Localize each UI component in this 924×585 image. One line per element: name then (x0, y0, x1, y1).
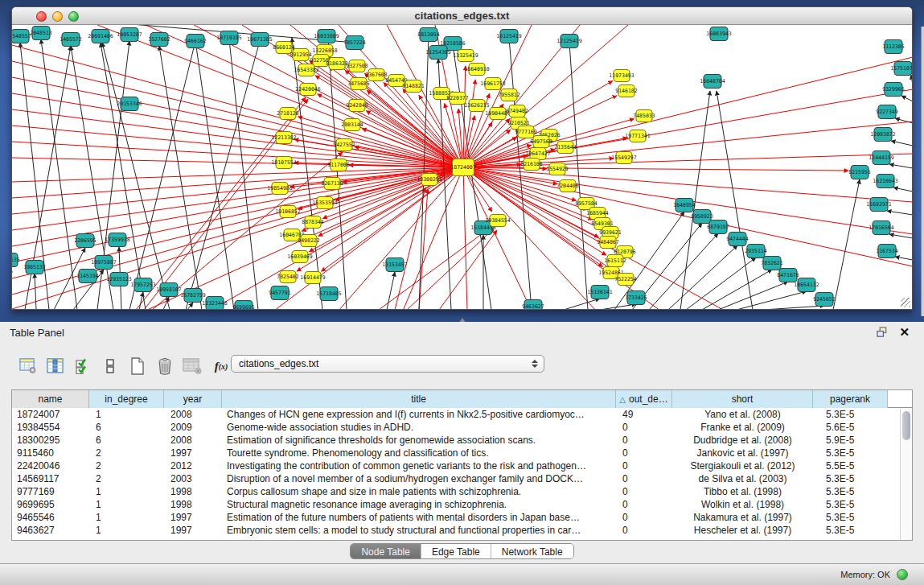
graph-node-9148821[interactable]: 9148821 (402, 80, 424, 93)
graph-node-17016504[interactable]: 17016504 (869, 221, 893, 235)
graph-node-9457791[interactable]: 9457791 (269, 286, 290, 300)
table-settings-button[interactable] (16, 355, 40, 377)
tab-node-table[interactable]: Node Table (351, 544, 421, 558)
delete-button[interactable] (153, 355, 177, 377)
column-header-name[interactable]: name (12, 390, 89, 408)
graph-node-11254309[interactable]: 11254309 (425, 46, 450, 60)
graph-node-10654112[interactable]: 10654112 (794, 278, 819, 292)
graph-node-1640954[interactable]: 1640954 (673, 199, 695, 212)
graph-node-1167534[interactable]: 1167534 (876, 245, 897, 258)
table-row[interactable]: 1938455462009Genome-wide association stu… (12, 421, 912, 434)
graph-node-7857224[interactable]: 7857224 (343, 36, 365, 50)
graph-node-16210643[interactable]: 16210643 (873, 175, 897, 188)
graph-node-1405572[interactable]: 1405572 (60, 33, 81, 47)
graph-node-9329966[interactable]: 9329966 (882, 83, 904, 97)
row-height-button[interactable] (98, 355, 122, 377)
column-header-in-degree[interactable]: in_degree (89, 390, 164, 408)
graph-node-7204406[interactable]: 7204406 (556, 180, 578, 192)
graph-node-9484067[interactable]: 9484067 (597, 237, 618, 249)
graph-node-19854988[interactable]: 19854988 (267, 183, 292, 195)
graph-node-10958107[interactable]: 10958107 (156, 283, 181, 297)
graph-node-6749402[interactable]: 6749402 (506, 105, 528, 117)
table-row[interactable]: 1456911722003Disruption of a novel membe… (12, 472, 912, 485)
graph-node-2048513[interactable]: 2048513 (30, 27, 51, 40)
graph-node-18724007[interactable]: 18724007 (450, 159, 475, 176)
graph-node-15718485[interactable]: 15718485 (316, 287, 341, 301)
table-row[interactable]: 1830029562008Estimation of significance … (12, 434, 912, 447)
graph-node-15136141[interactable]: 15136141 (587, 286, 612, 299)
window-resize-grip-icon[interactable] (901, 298, 910, 307)
graph-node-9463627[interactable]: 9463627 (522, 300, 544, 310)
network-canvas[interactable]: 1872400715405572048513140557220691406100… (12, 25, 912, 309)
graph-node-10975887[interactable]: 10975887 (91, 256, 116, 270)
column-header-year[interactable]: year (164, 390, 222, 408)
graph-node-12935123[interactable]: 12935123 (106, 273, 131, 286)
graph-node-1733426[interactable]: 1733426 (625, 291, 647, 305)
new-document-button[interactable] (125, 355, 150, 377)
graph-node-9498222[interactable]: 9498222 (298, 235, 319, 247)
graph-node-9245652[interactable]: 9245652 (813, 293, 835, 307)
graph-node-9146182[interactable]: 9146182 (615, 85, 637, 97)
graph-node-13153457[interactable]: 13153457 (382, 258, 407, 272)
graph-node-7825402[interactable]: 7825402 (277, 271, 298, 283)
graph-node-1505135[interactable]: 1505135 (12, 253, 20, 267)
table-select-dropdown[interactable]: citations_edges.txt (231, 355, 544, 373)
column-header-short[interactable]: short (672, 390, 813, 408)
graph-node-18125419[interactable]: 18125419 (496, 30, 521, 43)
table-row[interactable]: 911546021997Tourette syndrome. Phenomeno… (12, 447, 912, 459)
table-row[interactable]: 2242004622012Investigating the contribut… (12, 459, 912, 472)
graph-node-6497568[interactable]: 6497568 (530, 136, 552, 148)
float-window-icon[interactable] (877, 327, 889, 338)
graph-node-16961758[interactable]: 16961758 (480, 78, 505, 90)
table-row[interactable]: 946362711997Embryonic stem cells: a mode… (12, 524, 912, 537)
graph-node-8215955[interactable]: 8215955 (848, 166, 870, 179)
graph-node-8267130[interactable]: 8267130 (321, 178, 343, 190)
graph-node-16648784[interactable]: 16648784 (700, 75, 725, 89)
graph-node-8471676[interactable]: 8471676 (777, 269, 799, 282)
graph-node-7522254[interactable]: 7522254 (614, 274, 636, 286)
close-panel-icon[interactable]: ✕ (899, 325, 910, 340)
graph-node-2206595[interactable]: 2206595 (74, 234, 96, 248)
graph-node-9466162[interactable]: 9466162 (184, 35, 206, 48)
graph-node-19771341[interactable]: 19771341 (625, 130, 650, 142)
graph-node-9227349[interactable]: 9227349 (876, 105, 897, 119)
graph-node-9327508[interactable]: 9327508 (346, 60, 368, 72)
column-header-out-de-[interactable]: △out_de… (616, 390, 672, 408)
graph-node-20153346[interactable]: 20153346 (117, 97, 142, 111)
graph-node-16640910[interactable]: 16640910 (464, 64, 489, 76)
graph-node-16039469[interactable]: 16039469 (287, 251, 312, 263)
graph-node-9117006[interactable]: 9117006 (327, 159, 349, 171)
graph-node-10719195[interactable]: 10719195 (216, 31, 241, 45)
graph-node-15751074[interactable]: 15751074 (890, 62, 912, 76)
graph-node-9474444[interactable]: 9474444 (726, 233, 748, 246)
graph-node-8813054[interactable]: 8813054 (417, 28, 439, 42)
graph-node-17359938[interactable]: 17359938 (105, 233, 129, 247)
table-row[interactable]: 1872400712008Changes of HCN gene express… (12, 408, 912, 421)
column-header-pagerank[interactable]: pagerank (813, 390, 888, 408)
table-row[interactable]: 946554611997Estimation of the future num… (12, 511, 912, 524)
graph-node-1145194[interactable]: 1145194 (76, 270, 98, 283)
graph-node-19671385[interactable]: 19671385 (247, 33, 272, 47)
graph-node-1112305[interactable]: 1112305 (882, 40, 904, 54)
graph-node-7955812[interactable]: 7955812 (498, 89, 519, 101)
graph-node-1905137[interactable]: 1905137 (23, 261, 45, 274)
graph-node-2135644[interactable]: 2135644 (554, 142, 576, 154)
graph-node-1527602[interactable]: 1527602 (148, 33, 170, 47)
tab-network-table[interactable]: Network Table (491, 544, 573, 558)
graph-node-2803144[interactable]: 2803144 (341, 119, 363, 131)
graph-node-9242848[interactable]: 9242848 (346, 100, 368, 112)
graph-node-9427552[interactable]: 9427552 (333, 139, 355, 151)
graph-node-12125419[interactable]: 12125419 (556, 35, 581, 48)
graph-node-8216106[interactable]: 8216106 (520, 159, 542, 171)
delete-table-button-disabled[interactable] (180, 355, 204, 377)
graph-node-7485033[interactable]: 7485033 (633, 110, 655, 122)
graph-node-16083943[interactable]: 16083943 (706, 27, 731, 41)
graph-node-12444159[interactable]: 12444159 (869, 151, 893, 165)
graph-node-12093872[interactable]: 12093872 (870, 128, 895, 142)
column-visibility-button[interactable] (71, 355, 95, 377)
graph-node-6879197[interactable]: 6879197 (707, 220, 729, 234)
graph-node-8186328[interactable]: 8186328 (326, 58, 347, 70)
graph-node-12323448[interactable]: 12323448 (202, 297, 227, 310)
table-row[interactable]: 969969511998Structural magnetic resonanc… (12, 498, 912, 511)
graph-node-11973493[interactable]: 11973493 (609, 70, 634, 82)
